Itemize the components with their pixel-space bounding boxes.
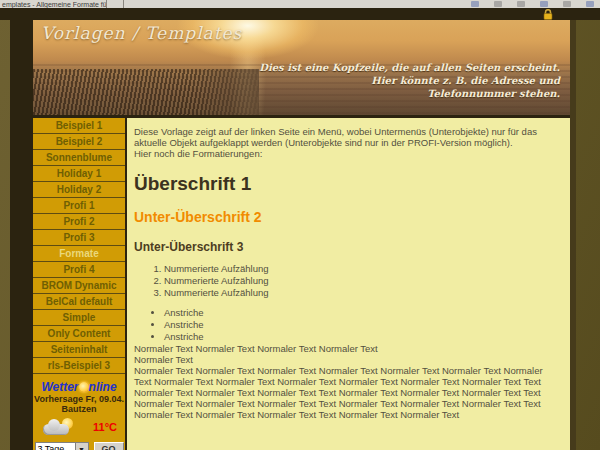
- site-frame-right: [570, 20, 576, 450]
- tagline-line: Dies ist eine Kopfzeile, die auf allen S…: [259, 61, 560, 74]
- site-frame-left: [10, 20, 33, 450]
- print-icon[interactable]: [494, 1, 502, 7]
- screen: emplates - Allgemeine Formate für Texte …: [0, 0, 600, 450]
- go-button[interactable]: GO: [94, 442, 124, 450]
- download-icon[interactable]: [540, 1, 548, 7]
- sidebar-item-profi-1[interactable]: Profi 1: [33, 198, 125, 214]
- sidebar-item-holiday-1[interactable]: Holiday 1: [33, 166, 125, 182]
- forecast-range-select[interactable]: 3 Tage ▼: [35, 442, 89, 450]
- browser-tab-title: emplates - Allgemeine Formate für Texte …: [2, 1, 107, 8]
- weather-widget: Wetternline Vorhersage Fr, 09.04. Bautze…: [33, 380, 125, 450]
- formats-intro: Hier noch die Formatierungen:: [134, 148, 560, 159]
- heading-2: Unter-Überschrift 2: [134, 209, 560, 226]
- heading-3: Unter-Überschrift 3: [134, 240, 560, 254]
- forecast-city: Bautzen: [33, 404, 125, 414]
- sun-behind-cloud-icon: [43, 418, 75, 436]
- sidebar-item-brom-dynamic[interactable]: BROM Dynamic: [33, 278, 125, 294]
- sidebar-item-belcal-default[interactable]: BelCal default: [33, 294, 125, 310]
- tagline-line: Hier könnte z. B. die Adresse und: [259, 74, 560, 87]
- bullet-list-item: Anstriche: [164, 307, 560, 318]
- forecast-label: Vorhersage Fr, 09.04.: [33, 394, 125, 404]
- sidebar-item-profi-4[interactable]: Profi 4: [33, 262, 125, 278]
- header-banner: Vorlagen / Templates Dies ist eine Kopfz…: [33, 20, 570, 115]
- header-tagline: Dies ist eine Kopfzeile, die auf allen S…: [259, 61, 560, 100]
- sidebar-item-seiteninhalt[interactable]: Seiteninhalt: [33, 342, 125, 358]
- temperature-value: 11°C: [93, 421, 117, 433]
- sidebar: Beispiel 1 Beispiel 2 Sonnenblume Holida…: [33, 118, 125, 450]
- sidebar-item-sonnenblume[interactable]: Sonnenblume: [33, 150, 125, 166]
- main-content: Diese Vorlage zeigt auf der linken Seite…: [127, 118, 570, 450]
- dune-grass: [33, 69, 259, 115]
- browser-tab[interactable]: emplates - Allgemeine Formate für Texte …: [0, 0, 107, 8]
- brand-suffix: nline: [89, 380, 117, 394]
- sidebar-item-simple[interactable]: Simple: [33, 310, 125, 326]
- mail-icon[interactable]: [517, 1, 525, 7]
- sidebar-item-beispiel-1[interactable]: Beispiel 1: [33, 118, 125, 134]
- padlock-icon: [542, 9, 554, 20]
- sidebar-item-only-content[interactable]: Only Content: [33, 326, 125, 342]
- numbered-list: Nummerierte Aufzählung Nummerierte Aufzä…: [134, 263, 560, 298]
- chevron-down-icon[interactable]: ▼: [75, 443, 88, 450]
- bullet-list-item: Anstriche: [164, 319, 560, 330]
- help-icon[interactable]: [586, 1, 594, 7]
- bullet-list-item: Anstriche: [164, 331, 560, 342]
- forecast-range-value: 3 Tage: [36, 443, 75, 450]
- normal-text-long: Normaler Text Normaler Text Normaler Tex…: [134, 365, 560, 420]
- browser-toolbar-icons: [471, 1, 594, 7]
- browser-tab-stub[interactable]: [107, 0, 124, 8]
- numbered-list-item: Nummerierte Aufzählung: [164, 287, 560, 298]
- normal-text-line: Normaler Text Normaler Text Normaler Tex…: [134, 343, 378, 354]
- site-title: Vorlagen / Templates: [41, 23, 242, 43]
- intro-paragraph: Diese Vorlage zeigt auf der linken Seite…: [134, 126, 560, 148]
- numbered-list-item: Nummerierte Aufzählung: [164, 275, 560, 286]
- sidebar-item-rls-beispiel-3[interactable]: rls-Beispiel 3: [33, 358, 125, 374]
- weather-controls: 3 Tage ▼ GO: [33, 442, 125, 450]
- site-frame-top: [0, 8, 600, 20]
- sidebar-item-beispiel-2[interactable]: Beispiel 2: [33, 134, 125, 150]
- sun-icon: [79, 382, 89, 392]
- heading-1: Überschrift 1: [134, 173, 560, 195]
- normal-text-line: Normaler Text: [134, 354, 193, 365]
- sidebar-item-profi-3[interactable]: Profi 3: [33, 230, 125, 246]
- tagline-line: Telefonnummer stehen.: [259, 87, 560, 100]
- sidebar-item-formate[interactable]: Formate: [33, 246, 125, 262]
- wetteronline-logo[interactable]: Wetternline: [33, 380, 125, 394]
- brand-prefix: Wetter: [41, 380, 78, 394]
- sidebar-item-holiday-2[interactable]: Holiday 2: [33, 182, 125, 198]
- normal-text-short: Normaler Text Normaler Text Normaler Tex…: [134, 343, 560, 365]
- home-icon[interactable]: [563, 1, 571, 7]
- bookmark-icon[interactable]: [471, 1, 479, 7]
- numbered-list-item: Nummerierte Aufzählung: [164, 263, 560, 274]
- bullet-list: Anstriche Anstriche Anstriche: [134, 307, 560, 342]
- weather-condition-row: 11°C: [33, 414, 125, 439]
- sidebar-item-profi-2[interactable]: Profi 2: [33, 214, 125, 230]
